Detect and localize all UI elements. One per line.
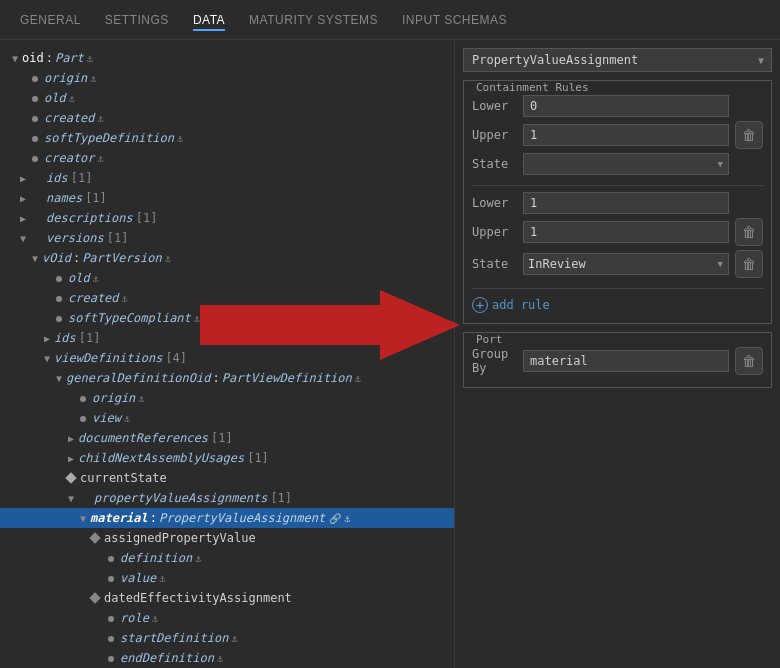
expand-void[interactable]: ▼ [28,253,42,264]
nav-settings[interactable]: SETTINGS [105,9,169,31]
expand-viewdefs[interactable]: ▼ [40,353,54,364]
rule2-upper-input[interactable] [523,221,729,243]
expand-descriptions[interactable]: ▶ [16,213,30,224]
leaf-icon-old2 [52,271,66,285]
node-label-created2: created [68,291,119,305]
tree-node-childnext[interactable]: ▶ childNextAssemblyUsages [1] [0,448,454,468]
tree-node-softtypecompliant[interactable]: softTypeCompliant ⚓ [0,308,454,328]
leaf-icon-creator [28,151,42,165]
tree-node-created2[interactable]: created ⚓ [0,288,454,308]
expand-material[interactable]: ▼ [76,513,90,524]
node-label-role: role [120,611,149,625]
tree-node-startdef[interactable]: startDefinition ⚓ [0,628,454,648]
tree-node-old2[interactable]: old ⚓ [0,268,454,288]
nav-general[interactable]: GENERAL [20,9,81,31]
rule2-delete-button[interactable]: 🗑 [735,218,763,246]
tree-node-datedeff[interactable]: datedEffectivityAssignment [0,588,454,608]
expand-generaldef[interactable]: ▼ [52,373,66,384]
nav-data[interactable]: DATA [193,9,225,31]
type-dropdown[interactable]: PropertyValueAssignment [463,48,772,72]
node-label-old2: old [68,271,90,285]
leaf-icon-assignedpropval [88,531,102,545]
rule2-lower-input[interactable] [523,192,729,214]
bracket-names: [1] [85,191,107,205]
node-label-generaldef: generalDefinitionOid [66,371,211,385]
rule2-state-select[interactable]: InReview Released Draft [523,253,729,275]
tree-node-versions[interactable]: ▼ versions [1] [0,228,454,248]
add-rule-button[interactable]: + add rule [472,295,550,315]
add-rule-plus-icon: + [472,297,488,313]
tree-node-docrefs[interactable]: ▶ documentReferences [1] [0,428,454,448]
bracket-propvals: [1] [270,491,292,505]
node-label-softtypecompliant: softTypeCompliant [68,311,191,325]
anchor-generaldef: ⚓ [355,373,361,384]
node-label-view: view [92,411,121,425]
node-label-softtypedef: softTypeDefinition [44,131,174,145]
nav-maturity[interactable]: MATURITY SYSTEMS [249,9,378,31]
expand-ids[interactable]: ▶ [16,173,30,184]
tree-node-assignedpropval[interactable]: assignedPropertyValue [0,528,454,548]
tree-node-propvals[interactable]: ▼ propertyValueAssignments [1] [0,488,454,508]
tree-node-old[interactable]: old ⚓ [0,88,454,108]
rule1-lower-input[interactable] [523,95,729,117]
tree-node-ids2[interactable]: ▶ ids [1] [0,328,454,348]
node-label-creator: creator [44,151,95,165]
tree-node-material[interactable]: ▼ material : PropertyValueAssignment 🔗 ⚓ [0,508,454,528]
tree-node-void[interactable]: ▼ vOid : PartVersion ⚓ [0,248,454,268]
tree-node-softtypedef[interactable]: softTypeDefinition ⚓ [0,128,454,148]
leaf-icon-role [104,611,118,625]
rule2-lower-row: Lower [472,192,763,214]
tree-node-creator[interactable]: creator ⚓ [0,148,454,168]
rule2-state-delete-button[interactable]: 🗑 [735,250,763,278]
rule1-upper-input[interactable] [523,124,729,146]
expand-names[interactable]: ▶ [16,193,30,204]
tree-node-ids[interactable]: ▶ ids [1] [0,168,454,188]
expand-ids2[interactable]: ▶ [40,333,54,344]
tree-node-generaldef[interactable]: ▼ generalDefinitionOid : PartViewDefinit… [0,368,454,388]
port-delete-button[interactable]: 🗑 [735,347,763,375]
anchor-origin: ⚓ [90,73,96,84]
tree-node-origin[interactable]: origin ⚓ [0,68,454,88]
nav-input-schemas[interactable]: INPUT SCHEMAS [402,9,507,31]
rule1-delete-button[interactable]: 🗑 [735,121,763,149]
node-label-assignedpropval: assignedPropertyValue [104,531,256,545]
anchor-oid: ⚓ [87,53,93,64]
node-label-docrefs: documentReferences [78,431,208,445]
rule-group-2: Lower Upper 🗑 State InReview [472,192,763,289]
tree-node-value[interactable]: value ⚓ [0,568,454,588]
tree-node-enddef[interactable]: endDefinition ⚓ [0,648,454,668]
rule2-upper-row: Upper 🗑 [472,218,763,246]
node-type-void: PartVersion [82,251,161,265]
tree-node-created[interactable]: created ⚓ [0,108,454,128]
tree-node-origin2[interactable]: origin ⚓ [0,388,454,408]
tree-node-names[interactable]: ▶ names [1] [0,188,454,208]
expand-childnext[interactable]: ▶ [64,453,78,464]
expand-docrefs[interactable]: ▶ [64,433,78,444]
leaf-icon-view [76,411,90,425]
tree-node-view[interactable]: view ⚓ [0,408,454,428]
node-type-oid: Part [55,51,84,65]
node-label-ids: ids [46,171,68,185]
tree-node-currentstate[interactable]: currentState [0,468,454,488]
bracket-descriptions: [1] [136,211,158,225]
tree-panel: ▼ oid : Part ⚓ origin ⚓ old ⚓ created ⚓ [0,40,455,668]
tree-node-oid[interactable]: ▼ oid : Part ⚓ [0,48,454,68]
rule2-upper-label: Upper [472,225,517,239]
tree-node-viewdefs[interactable]: ▼ viewDefinitions [4] [0,348,454,368]
expand-propvals[interactable]: ▼ [64,493,78,504]
tree-node-descriptions[interactable]: ▶ descriptions [1] [0,208,454,228]
port-groupby-input[interactable] [523,350,729,372]
node-label-oid: oid [22,51,44,65]
tree-node-definition[interactable]: definition ⚓ [0,548,454,568]
tree-node-role[interactable]: role ⚓ [0,608,454,628]
anchor-view: ⚓ [124,413,130,424]
node-label-void: vOid [42,251,71,265]
expand-oid[interactable]: ▼ [8,53,22,64]
rule1-state-select[interactable] [523,153,729,175]
anchor-origin2: ⚓ [138,393,144,404]
leaf-icon-created2 [52,291,66,305]
rule1-upper-label: Upper [472,128,517,142]
node-label-names: names [46,191,82,205]
expand-versions[interactable]: ▼ [16,233,30,244]
anchor-creator: ⚓ [98,153,104,164]
